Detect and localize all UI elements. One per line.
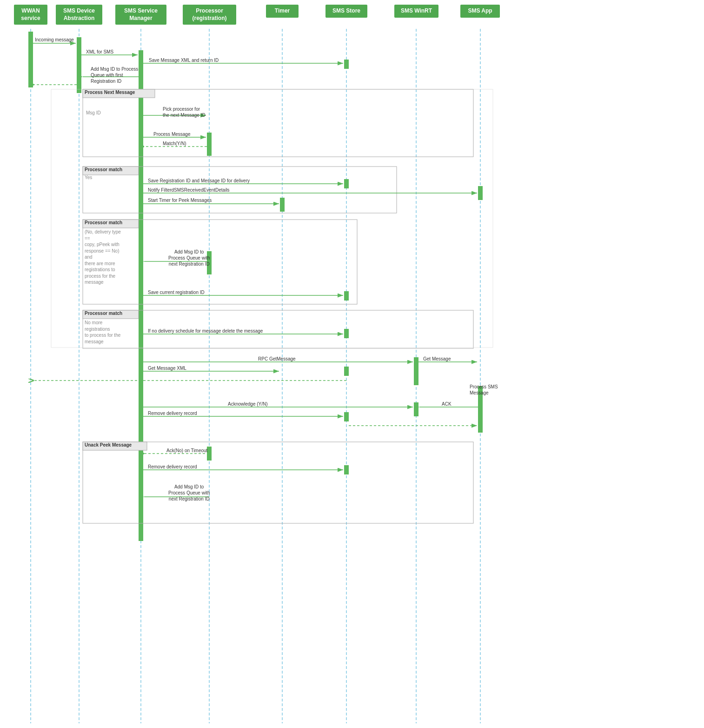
svg-rect-22 <box>344 412 349 421</box>
svg-rect-16 <box>280 198 285 212</box>
actor-sms-device: SMS DeviceAbstraction <box>56 5 102 25</box>
fragment-condition-no: (No, delivery type ==copy, pPeek withres… <box>85 229 126 286</box>
label-if-no-delivery: If no delivery schedule for message dele… <box>148 328 263 334</box>
svg-rect-25 <box>414 402 418 416</box>
arrows-svg <box>0 0 704 728</box>
label-incoming-msg: Incoming message <box>35 37 74 42</box>
svg-rect-24 <box>414 357 418 385</box>
label-add-msg-id2: Add Msg ID toProcess Queue withnext Regi… <box>168 249 210 267</box>
label-get-message: Get Message <box>423 356 451 361</box>
svg-rect-11 <box>77 37 81 93</box>
label-save-reg-id: Save Registration ID and Message ID for … <box>148 178 250 183</box>
svg-rect-12 <box>139 50 143 541</box>
svg-rect-10 <box>28 32 33 87</box>
actor-sms-service: SMS ServiceManager <box>115 5 166 25</box>
svg-rect-28 <box>83 89 473 157</box>
svg-rect-20 <box>344 329 349 338</box>
svg-rect-13 <box>207 133 212 156</box>
fragment-label-processor-match-no2: Processor match <box>85 311 122 316</box>
label-rpc-get-message: RPC GetMessage <box>258 356 296 361</box>
diagram-container: WWANservice SMS DeviceAbstraction SMS Se… <box>0 0 704 728</box>
svg-rect-26 <box>478 186 483 200</box>
actor-processor: Processor(registration) <box>183 5 236 25</box>
label-add-msg-id: Add Msg ID to ProcessQueue with first Re… <box>91 66 139 84</box>
label-notify-filtered: Notify FilterdSMSReceivedEventDetails <box>148 187 230 193</box>
svg-rect-17 <box>344 60 349 69</box>
svg-rect-30 <box>83 167 397 213</box>
actor-sms-store: SMS Store <box>325 5 367 18</box>
label-remove-delivery: Remove delivery record <box>148 411 197 416</box>
svg-rect-18 <box>344 179 349 188</box>
label-acknowledge: Acknowledge (Y/N) <box>228 401 268 407</box>
fragment-condition-no2: No more registrationsto process for them… <box>85 320 126 345</box>
fragment-label-processor-match-no: Processor match <box>85 220 122 225</box>
svg-rect-19 <box>344 291 349 301</box>
svg-rect-36 <box>83 442 473 523</box>
label-start-timer: Start Timer for Peek Messages <box>148 198 212 203</box>
label-xml-for-sms: XML for SMS <box>86 49 113 54</box>
actor-sms-app: SMS App <box>460 5 500 18</box>
svg-rect-15 <box>207 447 212 461</box>
actor-timer: Timer <box>266 5 299 18</box>
label-save-msg-xml: Save Message XML and return ID <box>149 58 219 63</box>
fragment-label-unack-peek: Unack Peek Message <box>85 442 132 447</box>
label-process-message: Process Message <box>153 132 190 137</box>
fragment-condition-yes: Yes <box>85 175 92 180</box>
label-save-current-reg: Save current registration ID <box>148 290 205 295</box>
label-process-sms: Process SMSMessage <box>470 384 498 396</box>
actor-sms-winrt: SMS WinRT <box>394 5 438 18</box>
label-ack-no-timeout: Ack(No) on Timeout <box>166 448 207 453</box>
svg-rect-34 <box>83 310 473 348</box>
label-msg-id: Msg ID <box>86 110 101 115</box>
label-pick-processor: Pick processor forthe next Message ID <box>163 106 206 118</box>
label-ack: ACK <box>442 401 452 407</box>
svg-rect-38 <box>51 89 493 347</box>
label-match-yn: Match(Y/N) <box>163 141 186 146</box>
fragment-label-processor-match-yes: Processor match <box>85 167 122 172</box>
svg-rect-21 <box>344 367 349 376</box>
label-remove-delivery2: Remove delivery record <box>148 464 197 469</box>
label-get-message-xml: Get Message XML <box>148 366 186 371</box>
actor-wwan: WWANservice <box>14 5 47 25</box>
fragment-label-process-next: Process Next Message <box>85 90 135 95</box>
label-add-msg-id3: Add Msg ID toProcess Queue withnext Regi… <box>168 484 210 502</box>
svg-rect-23 <box>344 465 349 474</box>
